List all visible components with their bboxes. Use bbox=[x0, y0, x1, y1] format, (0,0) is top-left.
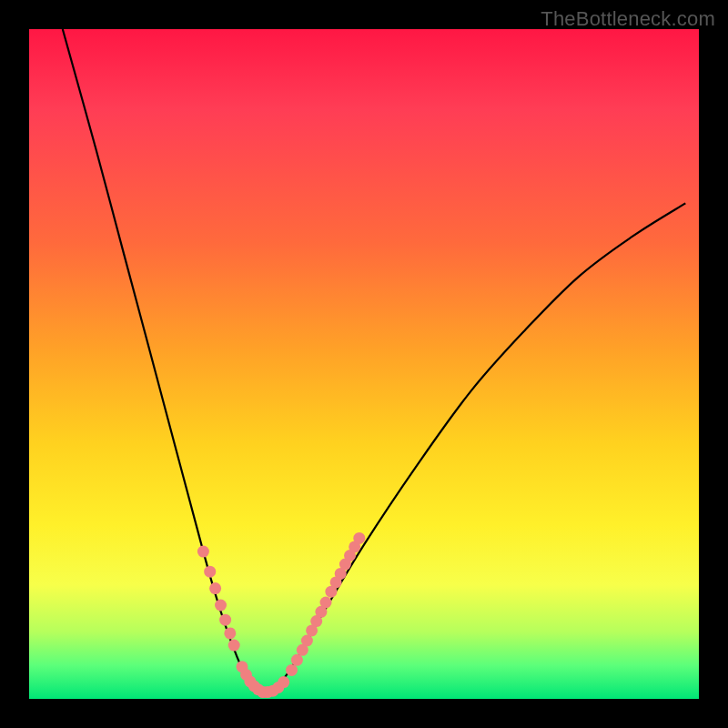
plot-area bbox=[29, 29, 699, 699]
chart-container: TheBottleneck.com bbox=[0, 0, 728, 728]
watermark-text: TheBottleneck.com bbox=[541, 7, 715, 31]
data-point bbox=[219, 614, 231, 626]
data-point bbox=[267, 685, 278, 697]
data-point bbox=[215, 600, 227, 612]
data-point bbox=[349, 541, 360, 552]
data-point bbox=[209, 582, 221, 594]
data-point bbox=[291, 654, 303, 666]
data-point bbox=[286, 664, 298, 676]
highlight-dots bbox=[197, 532, 365, 698]
data-point bbox=[240, 669, 252, 681]
data-point bbox=[262, 686, 274, 698]
data-point bbox=[204, 566, 216, 578]
data-point bbox=[301, 635, 313, 647]
data-point bbox=[224, 627, 236, 639]
data-point bbox=[248, 681, 260, 693]
data-point bbox=[335, 568, 347, 580]
data-point bbox=[310, 615, 322, 627]
data-point bbox=[252, 683, 264, 695]
data-point bbox=[257, 686, 268, 698]
data-point bbox=[297, 644, 308, 656]
data-point bbox=[330, 576, 342, 588]
data-point bbox=[306, 624, 318, 636]
data-point bbox=[272, 682, 284, 693]
chart-svg bbox=[29, 29, 699, 699]
data-point bbox=[339, 559, 351, 571]
data-point bbox=[353, 532, 365, 544]
data-point bbox=[344, 550, 356, 561]
bottleneck-curve bbox=[63, 29, 686, 693]
data-point bbox=[228, 640, 240, 652]
data-point bbox=[237, 661, 248, 672]
data-point bbox=[278, 676, 289, 688]
data-point bbox=[244, 675, 256, 687]
data-point bbox=[325, 586, 337, 598]
data-point bbox=[315, 606, 327, 618]
data-point bbox=[197, 546, 209, 558]
data-point bbox=[320, 597, 332, 609]
